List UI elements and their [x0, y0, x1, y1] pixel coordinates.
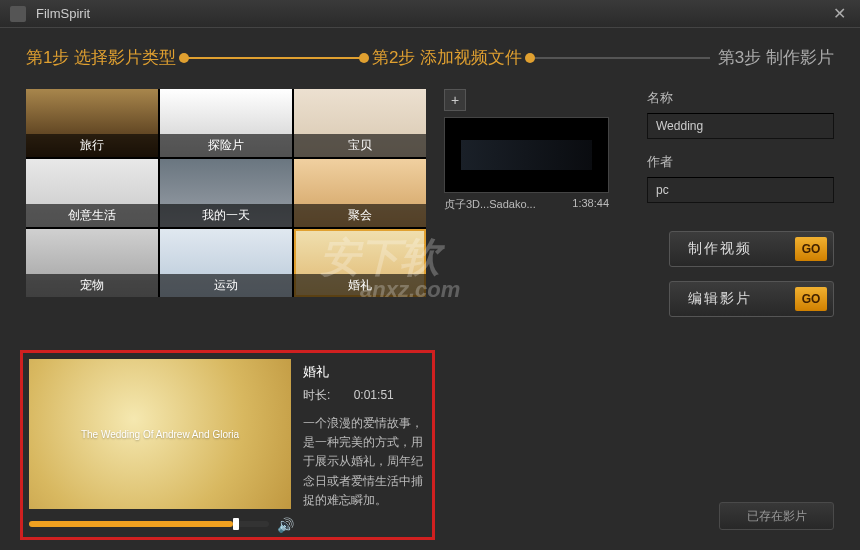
tile-label: 运动	[160, 274, 292, 297]
author-label: 作者	[647, 153, 834, 171]
go-badge: GO	[795, 237, 827, 261]
make-video-button[interactable]: 制作视频 GO	[669, 231, 834, 267]
edit-movie-label: 编辑影片	[688, 290, 752, 308]
make-video-label: 制作视频	[688, 240, 752, 258]
tile-label: 旅行	[26, 134, 158, 157]
tile-label: 宝贝	[294, 134, 426, 157]
go-badge: GO	[795, 287, 827, 311]
step-3[interactable]: 第3步 制作影片	[718, 46, 834, 69]
template-tile-creative[interactable]: 创意生活	[26, 159, 158, 227]
template-tile-wedding[interactable]: 婚礼	[294, 229, 426, 297]
template-tile-travel[interactable]: 旅行	[26, 89, 158, 157]
template-tile-baby[interactable]: 宝贝	[294, 89, 426, 157]
saved-movies-button[interactable]: 已存在影片	[719, 502, 834, 530]
progress-bar[interactable]	[29, 521, 269, 527]
preview-image-caption: The Wedding Of Andrew And Gloria	[81, 429, 239, 440]
tile-label: 创意生活	[26, 204, 158, 227]
tile-label: 探险片	[160, 134, 292, 157]
name-label: 名称	[647, 89, 834, 107]
video-duration: 1:38:44	[572, 197, 609, 212]
titlebar: FilmSpirit ✕	[0, 0, 860, 28]
app-icon	[10, 6, 26, 22]
close-button[interactable]: ✕	[829, 4, 850, 23]
edit-movie-button[interactable]: 编辑影片 GO	[669, 281, 834, 317]
template-tile-party[interactable]: 聚会	[294, 159, 426, 227]
app-title: FilmSpirit	[36, 6, 90, 21]
template-tile-adventure[interactable]: 探险片	[160, 89, 292, 157]
video-filename: 贞子3D...Sadako...	[444, 197, 536, 212]
step-2[interactable]: 第2步 添加视频文件	[372, 46, 522, 69]
tile-label: 婚礼	[294, 274, 426, 297]
template-grid: 旅行 探险片 宝贝 创意生活 我的一天 聚会 宠物 运动 婚礼	[26, 89, 426, 297]
template-tile-sports[interactable]: 运动	[160, 229, 292, 297]
add-video-button[interactable]: +	[444, 89, 466, 111]
duration-value: 0:01:51	[354, 388, 394, 402]
duration-label: 时长:	[303, 388, 330, 402]
preview-image[interactable]: The Wedding Of Andrew And Gloria	[29, 359, 291, 509]
template-tile-pets[interactable]: 宠物	[26, 229, 158, 297]
preview-title: 婚礼	[303, 363, 426, 381]
tile-label: 我的一天	[160, 204, 292, 227]
tile-label: 宠物	[26, 274, 158, 297]
volume-icon[interactable]: 🔊	[277, 517, 291, 531]
step-1[interactable]: 第1步 选择影片类型	[26, 46, 176, 69]
preview-panel: The Wedding Of Andrew And Gloria 🔊 婚礼 时长…	[20, 350, 435, 540]
video-thumbnail[interactable]	[444, 117, 609, 193]
step-wizard: 第1步 选择影片类型 第2步 添加视频文件 第3步 制作影片	[0, 28, 860, 69]
progress-thumb[interactable]	[233, 518, 239, 530]
author-input[interactable]	[647, 177, 834, 203]
preview-description: 一个浪漫的爱情故事，是一种完美的方式，用于展示从婚礼，周年纪念日或者爱情生活中捕…	[303, 414, 426, 510]
tile-label: 聚会	[294, 204, 426, 227]
template-tile-myday[interactable]: 我的一天	[160, 159, 292, 227]
name-input[interactable]	[647, 113, 834, 139]
